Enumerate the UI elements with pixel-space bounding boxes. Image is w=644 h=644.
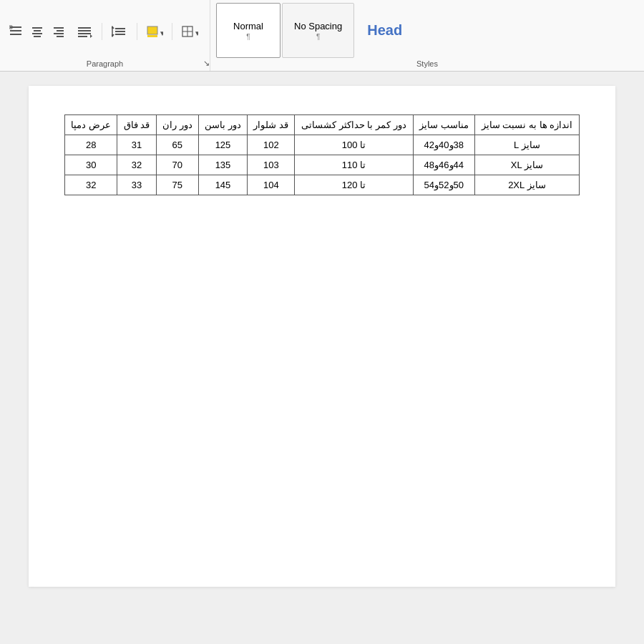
svg-marker-16 [90,34,92,38]
table-cell: 70 [156,155,198,175]
svg-rect-23 [147,26,157,34]
table-cell: 50و52و54 [413,175,475,195]
table-cell: 103 [248,155,295,175]
header-suitable-size: مناسب سایز [413,115,475,135]
table-cell: تا 120 [295,175,413,195]
table-cell: 104 [248,175,295,195]
svg-rect-0 [10,26,21,28]
style-normal-button[interactable]: Normal ¶ [216,3,280,58]
svg-rect-9 [57,30,64,31]
document-page: اندازه ها به نسبت سایز مناسب سایز دور کم… [29,86,615,587]
paragraph-launcher[interactable]: ↘ [203,59,210,68]
table-cell: 44و46و48 [413,155,475,175]
svg-rect-1 [10,30,21,31]
table-cell: 135 [198,155,247,175]
header-leg-width: عرض دمپا [65,115,117,135]
styles-section: Normal ¶ No Spacing ¶ Head Styles [210,0,644,71]
table-cell: 33 [117,175,156,195]
svg-rect-6 [32,33,42,34]
table-row: سایز L38و40و42تا 100102125653128 [65,135,580,155]
paragraph-label: Paragraph [87,58,123,68]
style-head-label: Head [367,22,402,39]
svg-text:▼: ▼ [194,29,198,37]
svg-marker-18 [112,26,114,29]
svg-rect-2 [10,34,21,35]
header-crotch: قد فاق [117,115,156,135]
svg-rect-22 [115,34,125,35]
borders-icon[interactable]: ▼ [175,21,204,42]
table-cell: 65 [156,135,198,155]
table-row: سایز 2XL50و52و54تا 120104145753332 [65,175,580,195]
highlight-icon[interactable]: ▼ [140,21,169,42]
style-normal-sublabel: ¶ [246,33,250,41]
header-hip: دور باسن [198,115,247,135]
table-cell: 32 [117,155,156,175]
align-center-icon[interactable] [27,21,47,42]
svg-rect-24 [147,35,157,37]
svg-rect-10 [54,33,64,34]
svg-rect-8 [54,27,64,29]
svg-rect-7 [34,36,41,37]
svg-rect-21 [115,31,125,32]
table-cell: 31 [117,135,156,155]
header-trouser-length: قد شلوار [248,115,295,135]
style-no-spacing-label: No Spacing [294,21,342,31]
table-cell: تا 110 [295,155,413,175]
separator-1 [102,23,102,40]
svg-rect-15 [78,36,87,37]
header-thigh: دور ران [156,115,198,135]
table-cell: 38و40و42 [413,135,475,155]
table-cell: 125 [198,135,247,155]
align-list-icon[interactable] [6,21,26,42]
line-spacing-icon[interactable] [105,21,134,42]
table-row: سایز XL44و46و48تا 110103135703230 [65,155,580,175]
separator-3 [172,23,172,40]
header-size-label: اندازه ها به نسبت سایز [475,115,580,135]
table-cell: 28 [65,135,117,155]
table-cell: 75 [156,175,198,195]
align-justify-icon[interactable] [70,21,99,42]
style-no-spacing-button[interactable]: No Spacing ¶ [282,3,354,58]
svg-text:▼: ▼ [159,29,163,37]
table-cell: 32 [65,175,117,195]
paragraph-controls: ▼ ▼ [6,4,204,58]
table-cell: 30 [65,155,117,175]
table-cell: سایز XL [475,155,580,175]
document-body: اندازه ها به نسبت سایز مناسب سایز دور کم… [0,72,644,644]
svg-rect-11 [57,36,64,37]
table-cell: سایز 2XL [475,175,580,195]
svg-rect-5 [34,30,41,31]
style-no-spacing-sublabel: ¶ [316,33,320,41]
svg-rect-20 [115,28,125,29]
separator-2 [137,23,137,40]
table-cell: 102 [248,135,295,155]
style-normal-label: Normal [233,21,263,31]
table-cell: سایز L [475,135,580,155]
paragraph-section: ▼ ▼ Paragraph ↘ [0,0,210,71]
style-head-button[interactable]: Head [356,3,414,58]
table-cell: تا 100 [295,135,413,155]
svg-rect-14 [78,33,91,34]
toolbar: ▼ ▼ Paragraph ↘ Normal ¶ [0,0,644,72]
styles-controls: Normal ¶ No Spacing ¶ Head [216,3,638,58]
header-waist: دور کمر با حداکثر کشساتی [295,115,413,135]
table-header-row: اندازه ها به نسبت سایز مناسب سایز دور کم… [65,115,580,135]
svg-rect-12 [78,27,91,29]
table-cell: 145 [198,175,247,195]
align-right-icon[interactable] [49,21,69,42]
svg-rect-13 [78,30,91,31]
svg-rect-4 [32,27,42,29]
svg-marker-19 [112,34,114,37]
size-table: اندازه ها به نسبت سایز مناسب سایز دور کم… [64,114,580,195]
styles-label: Styles [416,58,438,68]
